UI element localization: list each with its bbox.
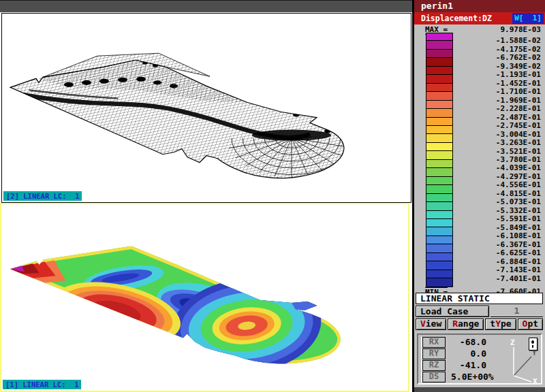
model-name: perin1 xyxy=(421,1,453,11)
param-label-ry[interactable]: RY xyxy=(422,348,446,359)
load-case-button[interactable]: Load Case xyxy=(416,306,489,317)
legend-value: -7.401E-01 xyxy=(454,275,541,283)
bottom-strip xyxy=(414,387,545,392)
menu-row: ViewRangetYpeOpt xyxy=(416,318,543,330)
legend-value: -3.263E-01 xyxy=(454,139,541,147)
param-value-ry: 0.0 xyxy=(451,348,486,359)
analysis-type: LINEAR STATIC xyxy=(416,293,543,304)
legend-value: -6.108E-01 xyxy=(454,232,541,240)
legend-band xyxy=(426,168,453,176)
legend-band xyxy=(426,109,453,117)
legend-band xyxy=(426,177,453,185)
title-bar: Load Case 1 xyxy=(0,0,412,12)
legend-value: -6.625E-01 xyxy=(454,249,541,257)
load-case-row: Load Case 1 xyxy=(416,306,543,317)
legend-value: -9.349E-02 xyxy=(454,63,541,71)
menu-button-type[interactable]: tYpe xyxy=(485,318,516,330)
legend-band xyxy=(426,278,453,287)
right-panel: perin1 Displacement:DZ W[ 1] MAX = 9.978… xyxy=(414,0,545,392)
legend-band xyxy=(426,236,453,244)
contour-right-diamond xyxy=(292,301,317,310)
legend-value: -4.039E-01 xyxy=(454,164,541,172)
legend-band xyxy=(426,194,453,202)
legend-value: -4.556E-01 xyxy=(454,181,541,189)
legend-band xyxy=(426,92,453,100)
legend-value: -2.487E-01 xyxy=(454,114,541,122)
view-params-panel: RX-68.0RY0.0RZ-41.0DS5.0E+00% Z Y X xyxy=(417,333,542,385)
legend-band xyxy=(426,219,453,227)
legend-band xyxy=(426,58,453,66)
legend-band xyxy=(426,227,453,235)
param-value-rx: -68.0 xyxy=(451,337,486,347)
legend-band xyxy=(426,253,453,261)
result-title-bar: Displacement:DZ W[ 1] xyxy=(414,12,545,24)
param-label-ds[interactable]: DS xyxy=(422,372,446,382)
legend-band xyxy=(426,41,453,49)
legend-value: -6.884E-01 xyxy=(454,258,541,266)
exclamation-icon[interactable] xyxy=(529,338,538,350)
legend-value: -6.367E-01 xyxy=(454,241,541,249)
legend-value: -5.073E-01 xyxy=(454,198,541,206)
wireframe-plot xyxy=(2,14,411,202)
legend-band xyxy=(426,118,453,126)
legend-value: -1.969E-01 xyxy=(454,97,541,105)
result-label: Displacement:DZ xyxy=(421,14,492,23)
legend-band xyxy=(426,244,453,252)
legend-value: -2.228E-01 xyxy=(454,105,541,113)
legend-band xyxy=(426,202,453,210)
param-label-rx[interactable]: RX xyxy=(422,337,446,348)
app-window: Load Case 1 xyxy=(0,0,545,392)
legend-band xyxy=(426,33,453,41)
legend-band xyxy=(426,134,453,142)
param-value-rz: -41.0 xyxy=(451,360,486,370)
triad-z-label: Z xyxy=(510,338,515,347)
legend-band xyxy=(426,84,453,92)
legend-value: -1.588E-02 xyxy=(454,37,541,45)
view-params: RX-68.0RY0.0RZ-41.0DS5.0E+00% xyxy=(422,336,494,382)
legend-value: -3.780E-01 xyxy=(454,156,541,164)
legend-color-bar xyxy=(426,33,453,287)
model-name-bar: perin1 xyxy=(414,0,545,12)
viewport-wireframe[interactable]: [2] LINEAR LC: 1 xyxy=(1,13,411,203)
legend: MAX = 9.978E-03 -1.588E-02-4.175E-02-6.7… xyxy=(414,24,545,293)
legend-value: -3.004E-01 xyxy=(454,131,541,139)
load-case-value[interactable]: 1 xyxy=(490,306,543,317)
legend-band xyxy=(426,126,453,134)
legend-value: -1.710E-01 xyxy=(454,88,541,96)
param-label-rz[interactable]: RZ xyxy=(422,360,446,371)
param-row-rz: RZ-41.0 xyxy=(422,359,494,371)
legend-value: -7.143E-01 xyxy=(454,266,541,274)
legend-band xyxy=(426,67,453,75)
window-indicator[interactable]: W[ 1] xyxy=(512,13,544,24)
triad-x-label: X xyxy=(533,377,538,384)
legend-band xyxy=(426,143,453,151)
menu-button-opt[interactable]: Opt xyxy=(518,318,543,330)
legend-value: -5.849E-01 xyxy=(454,224,541,232)
legend-band xyxy=(426,101,453,109)
param-value-ds: 5.0E+00% xyxy=(451,372,494,382)
legend-band xyxy=(426,75,453,83)
legend-band xyxy=(426,185,453,193)
viewport-label-1: [1] LINEAR LC: 1 xyxy=(3,380,81,389)
legend-value: -4.815E-01 xyxy=(454,190,541,198)
viewport-contour[interactable]: [1] LINEAR LC: 1 xyxy=(0,203,409,392)
legend-value: -1.193E-01 xyxy=(454,71,541,79)
param-row-ds: DS5.0E+00% xyxy=(422,371,494,382)
legend-value: -5.332E-01 xyxy=(454,207,541,215)
legend-value: -5.591E-01 xyxy=(454,215,541,223)
viewport-label-2: [2] LINEAR LC: 1 xyxy=(3,191,82,201)
legend-band xyxy=(426,211,453,219)
legend-band xyxy=(426,261,453,270)
param-row-rx: RX-68.0 xyxy=(422,336,494,348)
legend-band xyxy=(426,160,453,168)
menu-button-range[interactable]: Range xyxy=(448,318,484,330)
param-row-ry: RY0.0 xyxy=(422,348,494,359)
legend-max-value: 9.978E-03 xyxy=(454,25,541,34)
legend-value: -6.762E-02 xyxy=(454,54,541,62)
legend-band xyxy=(426,151,453,159)
legend-band xyxy=(426,270,453,278)
legend-value: -4.297E-01 xyxy=(454,173,541,181)
menu-button-view[interactable]: View xyxy=(416,318,446,330)
contour-plot xyxy=(1,204,408,391)
legend-value: -3.521E-01 xyxy=(454,148,541,156)
